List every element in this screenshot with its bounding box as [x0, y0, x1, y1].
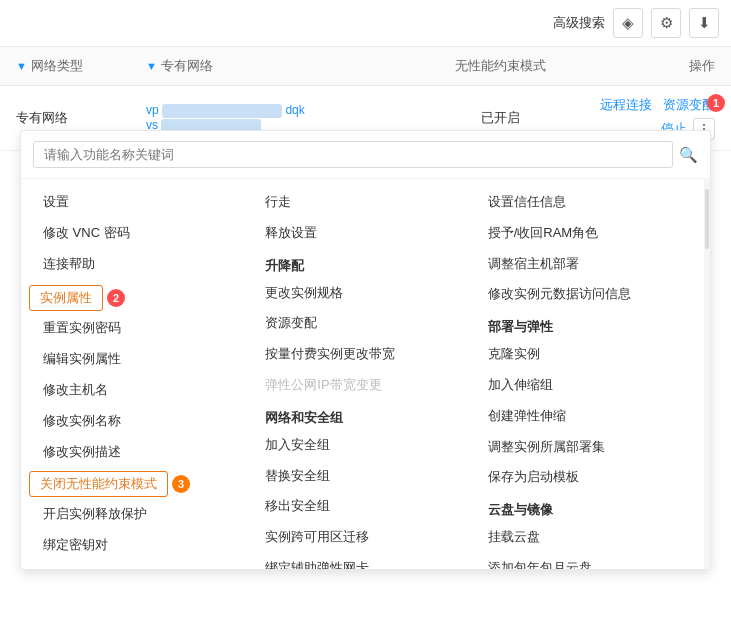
th-no-perf-limit: 无性能约束模式	[406, 57, 595, 75]
menu-item-add-disk[interactable]: 添加包年包月云盘	[474, 553, 696, 569]
menu-item-modify-desc[interactable]: 修改实例描述	[29, 437, 251, 468]
menu-item-metadata[interactable]: 修改实例元数据访问信息	[474, 279, 696, 310]
menu-item-create-elastic[interactable]: 创建弹性伸缩	[474, 401, 696, 432]
section-fee: 费用	[29, 561, 251, 569]
menu-item-edit-attr[interactable]: 编辑实例属性	[29, 344, 251, 375]
menu-item-release-settings[interactable]: 释放设置	[251, 218, 473, 249]
th-actions: 操作	[595, 57, 715, 75]
menu-item-vnc[interactable]: 修改 VNC 密码	[29, 218, 251, 249]
menu-item-adjust-deploy-set[interactable]: 调整实例所属部署集	[474, 432, 696, 463]
menu-item-remove-sg[interactable]: 移出安全组	[251, 491, 473, 522]
menu-item-instance-attr[interactable]: 实例属性	[29, 285, 103, 311]
section-upgrade: 升降配	[251, 249, 473, 278]
th-dedicated-network: ▼ 专有网络	[146, 57, 406, 75]
menu-item-settings[interactable]: 设置	[29, 187, 251, 218]
menu-item-trust-info[interactable]: 设置信任信息	[474, 187, 696, 218]
section-network: 网络和安全组	[251, 401, 473, 430]
menu-item-join-scaling[interactable]: 加入伸缩组	[474, 370, 696, 401]
filter-icon-1: ▼	[16, 60, 27, 72]
menu-item-modify-name[interactable]: 修改实例名称	[29, 406, 251, 437]
search-button[interactable]: 🔍	[679, 146, 698, 164]
top-bar: 高级搜索 ◈ ⚙ ⬇	[0, 0, 731, 47]
menu-item-clone[interactable]: 克隆实例	[474, 339, 696, 370]
menu-col-1: 设置 修改 VNC 密码 连接帮助 实例属性 2 重置实例密码 编辑实例属性 修…	[29, 183, 251, 569]
gear-icon-btn[interactable]: ⚙	[651, 8, 681, 38]
menu-col-3: 设置信任信息 授予/收回RAM角色 调整宿主机部署 修改实例元数据访问信息 部署…	[474, 183, 696, 569]
blurred-network-id-1	[162, 104, 282, 118]
remote-connect-link[interactable]: 远程连接	[600, 97, 652, 112]
th-network-type: ▼ 网络类型	[16, 57, 146, 75]
menu-item-replace-sg[interactable]: 替换安全组	[251, 461, 473, 492]
menu-item-save-template[interactable]: 保存为启动模板	[474, 462, 696, 493]
menu-item-change-bandwidth[interactable]: 按量付费实例更改带宽	[251, 339, 473, 370]
menu-columns: 设置 修改 VNC 密码 连接帮助 实例属性 2 重置实例密码 编辑实例属性 修…	[21, 179, 704, 569]
menu-item-reset-pwd[interactable]: 重置实例密码	[29, 313, 251, 344]
menu-item-close-no-perf[interactable]: 关闭无性能约束模式	[29, 471, 168, 497]
diamond-icon-btn[interactable]: ◈	[613, 8, 643, 38]
menu-item-release-protect[interactable]: 开启实例释放保护	[29, 499, 251, 530]
section-deploy: 部署与弹性	[474, 310, 696, 339]
td-network-links: vp dqk vs	[146, 103, 406, 133]
main-wrapper: 高级搜索 ◈ ⚙ ⬇ ▼ 网络类型 ▼ 专有网络 无性能约束模式 操作 专有网络…	[0, 0, 731, 638]
search-input[interactable]	[33, 141, 673, 168]
badge-1: 1	[707, 94, 725, 112]
dropdown-panel: 🔍 设置 修改 VNC 密码 连接帮助 实例属性 2 重置实例密码 编辑实例属性…	[20, 130, 711, 570]
menu-item-elastic-ip-bw: 弹性公网IP带宽变更	[251, 370, 473, 401]
search-box: 🔍	[21, 131, 710, 179]
menu-item-resource-config-2[interactable]: 资源变配	[251, 308, 473, 339]
download-icon-btn[interactable]: ⬇	[689, 8, 719, 38]
menu-item-walk[interactable]: 行走	[251, 187, 473, 218]
advanced-search-label: 高级搜索	[553, 14, 605, 32]
menu-item-bind-nic[interactable]: 绑定辅助弹性网卡	[251, 553, 473, 569]
menu-col-2: 行走 释放设置 升降配 更改实例规格 资源变配 按量付费实例更改带宽 弹性公网I…	[251, 183, 473, 569]
filter-icon-2: ▼	[146, 60, 157, 72]
badge-3: 3	[172, 475, 190, 493]
menu-item-host-deploy[interactable]: 调整宿主机部署	[474, 249, 696, 280]
td-status: 已开启	[406, 109, 595, 127]
menu-content: 设置 修改 VNC 密码 连接帮助 实例属性 2 重置实例密码 编辑实例属性 修…	[21, 179, 710, 569]
menu-item-modify-hostname[interactable]: 修改主机名	[29, 375, 251, 406]
scrollbar-thumb	[705, 189, 709, 249]
menu-item-connect-help[interactable]: 连接帮助	[29, 249, 251, 280]
menu-item-ram-role[interactable]: 授予/收回RAM角色	[474, 218, 696, 249]
menu-item-cross-zone[interactable]: 实例跨可用区迁移	[251, 522, 473, 553]
network-link-1[interactable]: vp dqk	[146, 103, 406, 118]
scrollbar[interactable]	[704, 179, 710, 569]
section-cloud: 云盘与镜像	[474, 493, 696, 522]
table-header: ▼ 网络类型 ▼ 专有网络 无性能约束模式 操作	[0, 47, 731, 86]
td-network-type: 专有网络	[16, 109, 146, 127]
menu-item-bind-key[interactable]: 绑定密钥对	[29, 530, 251, 561]
menu-item-join-sg[interactable]: 加入安全组	[251, 430, 473, 461]
menu-item-mount-disk[interactable]: 挂载云盘	[474, 522, 696, 553]
badge-2: 2	[107, 289, 125, 307]
menu-item-change-spec[interactable]: 更改实例规格	[251, 278, 473, 309]
action-remote-connect: 远程连接 资源变配	[600, 96, 715, 114]
